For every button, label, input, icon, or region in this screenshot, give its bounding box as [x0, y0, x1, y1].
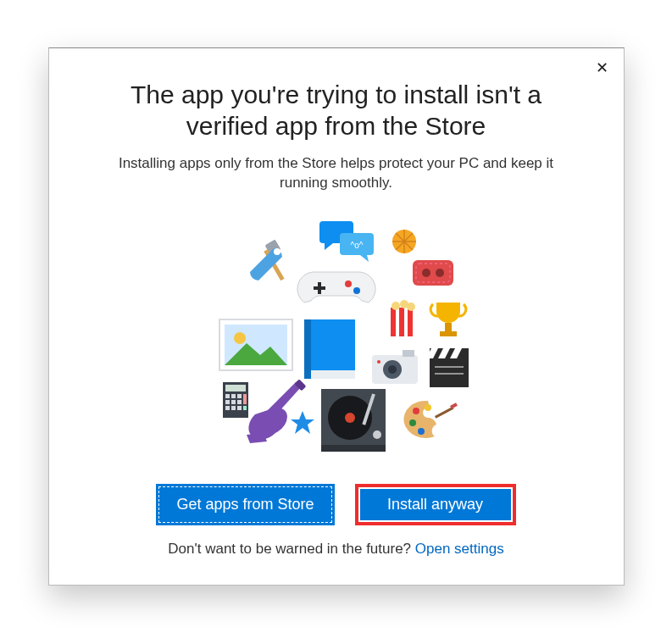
install-anyway-button[interactable]: Install anyway — [360, 489, 511, 520]
footer-text: Don't want to be warned in the future? O… — [83, 541, 590, 558]
close-icon[interactable]: ✕ — [596, 60, 608, 75]
svg-marker-3 — [360, 255, 369, 262]
svg-point-70 — [425, 404, 431, 411]
dialog-subtitle: Installing apps only from the Store help… — [117, 154, 556, 193]
svg-point-36 — [388, 365, 397, 374]
get-apps-from-store-button[interactable]: Get apps from Store — [156, 484, 334, 525]
svg-point-69 — [418, 428, 425, 435]
svg-rect-32 — [304, 319, 311, 379]
svg-rect-18 — [391, 308, 396, 336]
svg-point-15 — [345, 280, 352, 287]
svg-rect-49 — [237, 394, 242, 398]
svg-rect-24 — [445, 323, 452, 331]
svg-rect-55 — [237, 406, 242, 410]
svg-point-66 — [373, 430, 381, 439]
svg-rect-53 — [225, 406, 230, 410]
svg-rect-47 — [225, 394, 230, 398]
svg-rect-25 — [440, 331, 457, 336]
svg-rect-19 — [399, 308, 404, 336]
svg-rect-56 — [243, 394, 247, 404]
svg-rect-46 — [225, 385, 246, 391]
svg-marker-58 — [247, 433, 267, 443]
svg-rect-57 — [243, 406, 247, 410]
store-warning-dialog: ✕ The app you're trying to install isn't… — [48, 47, 625, 586]
svg-point-8 — [274, 248, 280, 255]
svg-rect-50 — [225, 400, 230, 404]
svg-rect-20 — [408, 308, 413, 336]
svg-point-28 — [234, 332, 246, 344]
footer-message: Don't want to be warned in the future? — [168, 541, 414, 557]
svg-rect-14 — [314, 286, 325, 290]
button-row: Get apps from Store Install anyway — [83, 484, 590, 525]
svg-point-11 — [422, 269, 430, 277]
svg-marker-60 — [291, 411, 314, 434]
svg-point-67 — [413, 408, 419, 414]
svg-rect-51 — [231, 400, 236, 404]
svg-point-16 — [353, 287, 360, 294]
svg-point-64 — [345, 413, 355, 423]
open-settings-link[interactable]: Open settings — [415, 541, 504, 557]
svg-point-23 — [407, 303, 415, 311]
install-anyway-highlight: Install anyway — [355, 484, 516, 525]
svg-rect-30 — [304, 319, 355, 377]
svg-rect-31 — [304, 370, 355, 379]
svg-point-12 — [436, 269, 444, 277]
dialog-title: The app you're trying to install isn't a… — [92, 79, 581, 142]
svg-rect-38 — [430, 358, 469, 387]
svg-rect-48 — [231, 394, 236, 398]
svg-rect-54 — [231, 406, 236, 410]
svg-point-21 — [392, 302, 400, 310]
svg-text:^o^: ^o^ — [350, 241, 363, 250]
svg-rect-52 — [237, 400, 242, 404]
apps-collage-illustration: ^o^ — [184, 211, 489, 465]
svg-rect-62 — [321, 445, 386, 452]
svg-point-68 — [409, 419, 416, 426]
svg-rect-34 — [403, 350, 414, 357]
svg-marker-1 — [325, 243, 333, 250]
svg-rect-71 — [435, 407, 454, 419]
svg-point-37 — [377, 360, 380, 364]
svg-rect-72 — [450, 403, 458, 409]
